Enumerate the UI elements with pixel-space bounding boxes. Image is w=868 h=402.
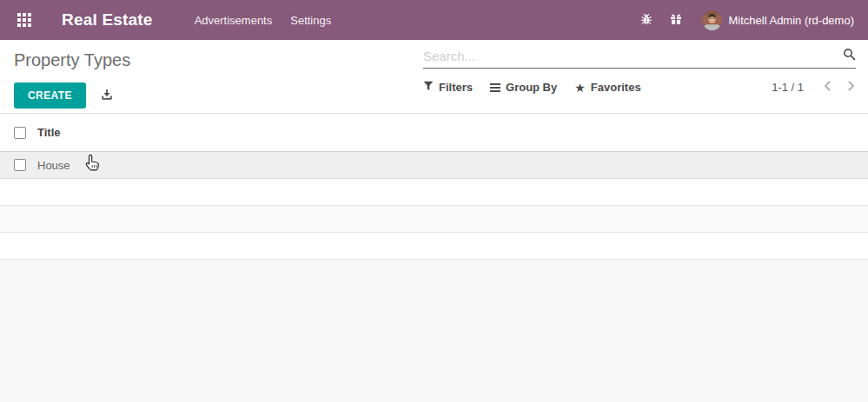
- pager-value[interactable]: 1-1 / 1: [772, 81, 804, 94]
- filters-button[interactable]: Filters: [423, 81, 473, 94]
- debug-mode-button[interactable]: [640, 13, 653, 28]
- list-view: Title House: [0, 114, 868, 402]
- gift-icon: [670, 13, 682, 28]
- menu-item-settings[interactable]: Settings: [290, 14, 331, 27]
- chevron-left-icon: [823, 81, 832, 94]
- column-header-title[interactable]: Title: [37, 126, 61, 139]
- action-buttons-row: CREATE: [14, 82, 423, 109]
- pager-previous-button[interactable]: [823, 81, 832, 94]
- filter-funnel-icon: [423, 81, 434, 94]
- page-title: Property Types: [14, 49, 423, 71]
- control-panel-right: Filters Group By ★ Favorites 1-1 / 1: [423, 48, 856, 113]
- search-submit-button[interactable]: [838, 48, 856, 63]
- filters-label: Filters: [439, 81, 473, 94]
- create-button[interactable]: CREATE: [14, 82, 86, 109]
- app-title[interactable]: Real Estate: [62, 10, 153, 30]
- control-panel: Property Types CREATE: [0, 40, 868, 114]
- group-by-button[interactable]: Group By: [490, 81, 557, 94]
- user-name: Mitchell Admin (rd-demo): [729, 14, 855, 27]
- favorites-label: Favorites: [591, 81, 641, 94]
- gift-button[interactable]: [670, 13, 682, 28]
- topbar-right-section: Mitchell Admin (rd-demo): [640, 10, 855, 30]
- download-icon: [101, 89, 113, 103]
- apps-menu-button[interactable]: [14, 10, 35, 30]
- search-input[interactable]: [423, 49, 838, 63]
- top-navbar: Real Estate Advertisements Settings: [0, 0, 868, 40]
- export-button[interactable]: [101, 89, 113, 103]
- select-all-checkbox[interactable]: [14, 127, 26, 139]
- empty-row: [0, 233, 868, 260]
- row-title-cell: House: [37, 159, 70, 172]
- user-avatar: [702, 10, 722, 30]
- pager-next-button[interactable]: [846, 81, 856, 94]
- filters-pager-row: Filters Group By ★ Favorites 1-1 / 1: [423, 81, 856, 94]
- favorites-button[interactable]: ★ Favorites: [574, 81, 640, 94]
- view-filters: Filters Group By ★ Favorites: [423, 81, 641, 94]
- star-icon: ★: [574, 82, 586, 94]
- user-menu[interactable]: Mitchell Admin (rd-demo): [702, 10, 855, 30]
- chevron-right-icon: [846, 81, 856, 94]
- table-row[interactable]: House: [0, 152, 868, 179]
- menu-item-advertisements[interactable]: Advertisements: [195, 14, 273, 27]
- top-menu: Advertisements Settings: [195, 14, 332, 27]
- empty-row: [0, 206, 868, 233]
- bug-icon: [640, 13, 653, 28]
- odoo-app-window: Real Estate Advertisements Settings: [0, 0, 868, 402]
- empty-row: [0, 179, 868, 206]
- pager: 1-1 / 1: [772, 81, 856, 94]
- group-by-icon: [490, 83, 500, 92]
- table-header-row: Title: [0, 114, 868, 152]
- search-icon: [843, 48, 856, 63]
- apps-grid-icon: [17, 13, 31, 27]
- empty-area: [0, 260, 868, 402]
- row-checkbox[interactable]: [14, 159, 26, 171]
- search-box: [423, 48, 856, 69]
- group-by-label: Group By: [506, 81, 557, 94]
- control-panel-left: Property Types CREATE: [14, 48, 423, 113]
